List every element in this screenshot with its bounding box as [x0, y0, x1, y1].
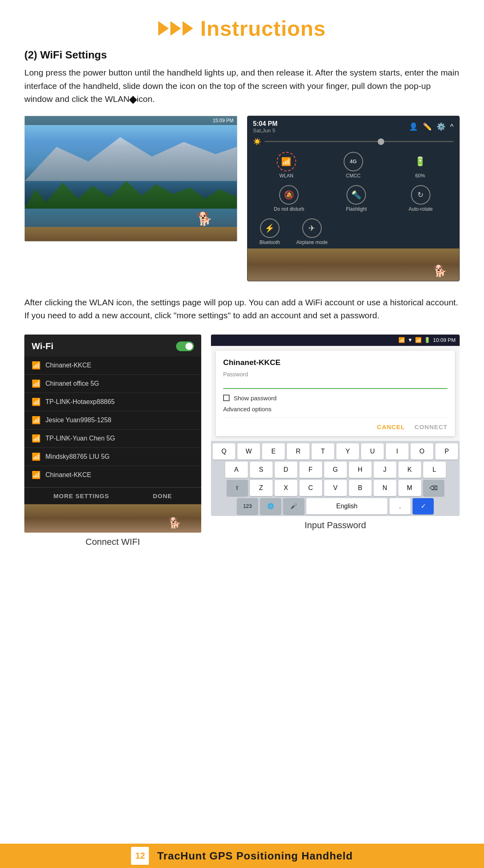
kb-dot-key[interactable]: . [389, 498, 411, 514]
connect-button[interactable]: CONNECT [415, 423, 447, 430]
kb-shift-key[interactable]: ⇧ [227, 480, 248, 496]
flashlight-tile-label: Flashlight [346, 206, 367, 212]
kb-key-y[interactable]: Y [336, 443, 359, 460]
airplane-tile-label: Airplane mode [296, 240, 327, 245]
kb-globe-key[interactable]: 🌐 [260, 498, 281, 514]
done-button[interactable]: DONE [153, 492, 172, 499]
kb-key-x[interactable]: X [275, 480, 297, 496]
kb-key-a[interactable]: A [225, 462, 248, 478]
more-settings-button[interactable]: MORE SETTINGS [54, 492, 109, 499]
battery-tile-label: 60% [415, 173, 425, 179]
dnd-tile-icon: 🔕 [279, 185, 299, 205]
notif-date: Sat,Jun 5 [253, 127, 277, 134]
wifi-signal-icon-5: 📶 [32, 434, 41, 443]
kb-key-n[interactable]: N [374, 480, 396, 496]
wifi-item-6[interactable]: 📶 Mindsky88765 LIU 5G [24, 448, 201, 466]
kb-row-3: ⇧ Z X C V B N M ⌫ [213, 480, 458, 496]
tile-bluetooth[interactable]: ⚡ Bluetooth [260, 218, 280, 245]
arrow-icon-2 [170, 21, 181, 36]
wifi-item-5[interactable]: 📶 TP-LINK-Yuan Chen 5G [24, 430, 201, 448]
tile-cmcc[interactable]: 4G CMCC [344, 152, 363, 179]
kb-123-key[interactable]: 123 [237, 498, 258, 514]
kb-key-u[interactable]: U [361, 443, 384, 460]
pwd-buttons: CANCEL CONNECT [223, 423, 447, 430]
kb-key-f[interactable]: F [299, 462, 322, 478]
pwd-status-bar: 📶 ▼ 📶 🔋 10:09 PM [211, 335, 460, 346]
pwd-wifi-icon: ▼ [407, 337, 413, 343]
kb-key-v[interactable]: V [324, 480, 347, 496]
tile-wlan[interactable]: 📶 WLAN [277, 152, 296, 179]
kb-key-c[interactable]: C [299, 480, 322, 496]
pwd-input-field[interactable] [223, 379, 447, 389]
kb-key-t[interactable]: T [312, 443, 334, 460]
kb-key-i[interactable]: I [386, 443, 409, 460]
dog-icon-wifi: 🐕 [168, 517, 181, 529]
pwd-show-label: Show password [234, 395, 277, 402]
tile-battery[interactable]: 🔋 60% [411, 152, 430, 179]
pwd-screenshot: 📶 ▼ 📶 🔋 10:09 PM Chinanet-KKCE Password … [211, 335, 460, 531]
wifi-signal-icon-6: 📶 [32, 452, 41, 461]
header-arrows-icon [158, 21, 193, 36]
kb-english-key[interactable]: English [306, 498, 387, 514]
wifi-item-2[interactable]: 📶 Chinanet office 5G [24, 375, 201, 393]
tile-airplane[interactable]: ✈ Airplane mode [296, 218, 327, 245]
kb-bottom-row: 123 🌐 🎤 English . ✓ [213, 498, 458, 514]
brightness-slider[interactable] [265, 141, 454, 142]
tile-dnd[interactable]: 🔕 Do not disturb [274, 185, 304, 212]
kb-backspace-key[interactable]: ⌫ [423, 480, 444, 496]
wifi-screen: Wi-Fi 📶 Chinanet-KKCE 📶 Chinanet office … [24, 335, 201, 533]
bluetooth-tile-label: Bluetooth [260, 240, 280, 245]
brightness-thumb [378, 138, 384, 145]
notif-bg-landscape: 🐕 [247, 248, 460, 281]
tile-autorotate[interactable]: ↻ Auto-rotate [409, 185, 432, 212]
pwd-dialog: Chinanet-KKCE Password Show password Adv… [216, 351, 455, 436]
kb-key-k[interactable]: K [398, 462, 421, 478]
kb-key-z[interactable]: Z [250, 480, 273, 496]
wifi-item-7[interactable]: 📶 Chinanet-KKCE [24, 466, 201, 484]
kb-key-q[interactable]: Q [213, 443, 235, 460]
cmcc-tile-icon: 4G [344, 152, 363, 171]
cancel-button[interactable]: CANCEL [377, 423, 405, 430]
wifi-network-6: Mindsky88765 LIU 5G [45, 453, 110, 460]
wifi-item-1[interactable]: 📶 Chinanet-KKCE [24, 356, 201, 375]
wifi-actions: MORE SETTINGS DONE [24, 487, 201, 504]
tile-flashlight[interactable]: 🔦 Flashlight [346, 185, 367, 212]
pwd-network-name: Chinanet-KKCE [223, 358, 447, 367]
pwd-signal-icon: 📶 [398, 337, 405, 343]
kb-key-s[interactable]: S [250, 462, 273, 478]
cmcc-tile-label: CMCC [346, 173, 361, 179]
bluetooth-tile-icon: ⚡ [260, 218, 280, 238]
kb-key-p[interactable]: P [435, 443, 458, 460]
kb-key-r[interactable]: R [287, 443, 310, 460]
kb-key-g[interactable]: G [324, 462, 347, 478]
kb-key-h[interactable]: H [349, 462, 372, 478]
wifi-item-3[interactable]: 📶 TP-LINK-Hotaexp88865 [24, 393, 201, 411]
wifi-network-5: TP-LINK-Yuan Chen 5G [45, 435, 115, 442]
kb-key-m[interactable]: M [398, 480, 421, 496]
airplane-tile-icon: ✈ [302, 218, 322, 238]
kb-confirm-key[interactable]: ✓ [413, 498, 434, 514]
pwd-show-checkbox[interactable] [223, 395, 230, 401]
notif-brightness: ☀️ [247, 136, 460, 149]
kb-mic-key[interactable]: 🎤 [283, 498, 304, 514]
body-text-2: After clicking the WLAN icon, the settin… [24, 296, 460, 322]
kb-key-l[interactable]: L [423, 462, 446, 478]
kb-key-w[interactable]: W [237, 443, 260, 460]
ground-bg [25, 227, 237, 241]
wifi-toggle[interactable] [176, 341, 194, 351]
section-title: (2) WiFi Settings [24, 49, 460, 61]
kb-key-d[interactable]: D [275, 462, 297, 478]
wifi-item-4[interactable]: 📶 Jesice Yuan9985-1258 [24, 411, 201, 430]
wifi-screen-label: Connect WIFI [86, 537, 140, 547]
pwd-advanced-options[interactable]: Advanced options [223, 406, 447, 418]
kb-key-e[interactable]: E [262, 443, 285, 460]
kb-key-b[interactable]: B [349, 480, 372, 496]
pwd-bars-icon: 📶 [415, 337, 422, 343]
wifi-network-2: Chinanet office 5G [45, 380, 99, 387]
wifi-network-4: Jesice Yuan9985-1258 [45, 417, 112, 424]
notif-pencil-icon: ✏️ [423, 122, 432, 131]
autorotate-tile-label: Auto-rotate [409, 206, 432, 212]
kb-key-o[interactable]: O [411, 443, 433, 460]
notif-person-icon: 👤 [409, 122, 418, 131]
kb-key-j[interactable]: J [374, 462, 396, 478]
